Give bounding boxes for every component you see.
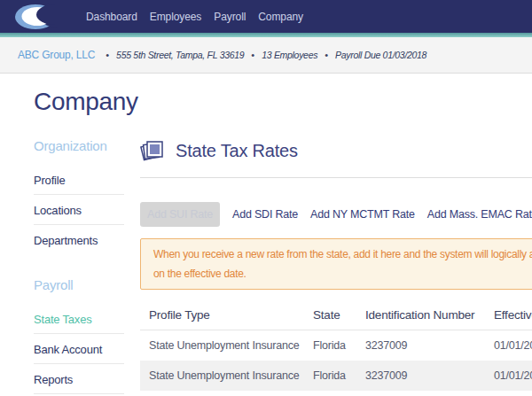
sidebar-item-bank-account[interactable]: Bank Account [34,334,124,364]
add-mass-emac-rate-link[interactable]: Add Mass. EMAC Rate [427,208,532,221]
bullet-separator: • [106,50,109,60]
app-logo-icon[interactable] [15,4,58,30]
company-info-bar: ABC Group, LLC • 555 5th Street, Tampa, … [0,37,532,74]
nav-menu: Dashboard Employees Payroll Company [86,11,303,23]
bullet-separator: • [251,50,254,60]
action-buttons-row: Add SUI Rate Add SDI Rate Add NY MCTMT R… [140,202,532,227]
cell-profile-type: State Unemployment Insurance [140,330,304,361]
cell-profile-type: State Unemployment Insurance [140,361,304,391]
cell-state: Florida [304,330,356,361]
employee-count: 13 Employees [262,50,317,60]
sidebar-heading-payroll: Payroll [34,277,140,292]
main-content: Company Organization Profile Locations D… [0,88,532,394]
column-header-state: State [304,305,356,330]
table-row[interactable]: State Unemployment Insurance Florida 323… [140,330,532,361]
sidebar-item-departments[interactable]: Departments [34,225,124,254]
sidebar-item-reports[interactable]: Reports [34,364,124,394]
sidebar-heading-organization: Organization [34,138,140,153]
cell-identification-number: 3237009 [356,361,485,391]
top-nav: Dashboard Employees Payroll Company [0,0,532,33]
nav-item-payroll[interactable]: Payroll [214,11,246,23]
alert-text-line2: on the effective date. [153,264,532,283]
stacked-pages-icon [140,138,164,163]
sidebar-item-state-taxes[interactable]: State Taxes [34,304,124,334]
company-name-link[interactable]: ABC Group, LLC [18,49,95,61]
cell-effective-date: 01/01/2018 [485,330,532,361]
panel-title: State Tax Rates [176,141,298,161]
nav-item-company[interactable]: Company [258,11,303,23]
sidebar-item-locations[interactable]: Locations [34,195,124,225]
sidebar-item-profile[interactable]: Profile [34,165,124,195]
table-row[interactable]: State Unemployment Insurance Florida 323… [140,361,532,391]
bullet-separator: • [325,50,328,60]
alert-text-line1: When you receive a new rate from the sta… [153,245,532,264]
nav-item-employees[interactable]: Employees [150,11,201,23]
add-ny-mctmt-rate-link[interactable]: Add NY MCTMT Rate [310,208,415,221]
add-sdi-rate-link[interactable]: Add SDI Rate [232,208,298,221]
nav-item-dashboard[interactable]: Dashboard [86,11,137,23]
cell-effective-date: 01/01/2018 [485,361,532,391]
page-title: Company [34,88,532,116]
column-header-profile-type: Profile Type [140,305,304,330]
table-header-row: Profile Type State Identification Number… [140,305,532,330]
tax-rates-table: Profile Type State Identification Number… [140,305,532,391]
company-address: 555 5th Street, Tampa, FL 33619 [116,50,244,60]
info-alert: When you receive a new rate from the sta… [140,238,532,290]
cell-state: Florida [304,361,356,391]
payroll-due-date: Payroll Due 01/03/2018 [335,50,426,60]
column-header-effective-date: Effective Date [485,305,532,330]
sidebar: Organization Profile Locations Departmen… [34,138,140,394]
column-header-identification-number: Identification Number [356,305,485,330]
state-tax-rates-panel: State Tax Rates Add SUI Rate Add SDI Rat… [140,138,532,394]
cell-identification-number: 3237009 [356,330,485,361]
add-sui-rate-button[interactable]: Add SUI Rate [140,202,220,227]
